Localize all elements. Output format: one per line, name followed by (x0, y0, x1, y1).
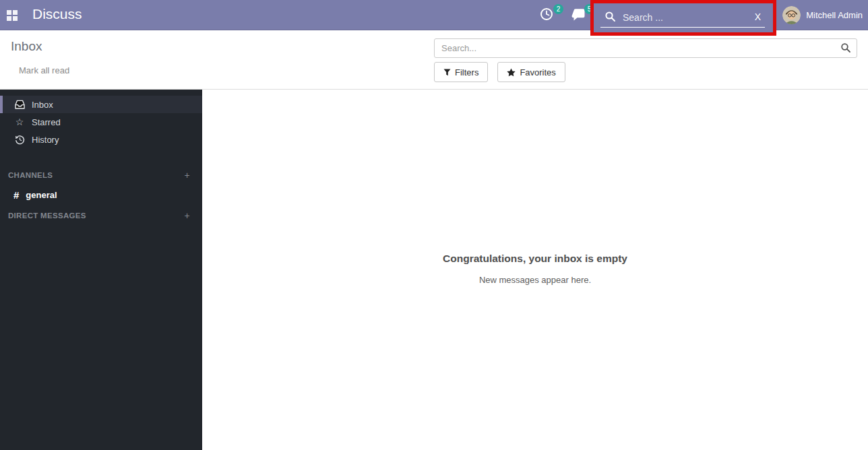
hash-icon: # (13, 189, 19, 201)
dm-header-label: DIRECT MESSAGES (8, 212, 86, 220)
systray-search: X (600, 7, 765, 28)
control-panel: Inbox Mark all read Filters Favorites (0, 30, 868, 90)
user-name: Mitchell Admin (806, 10, 863, 20)
funnel-icon (443, 69, 451, 76)
messages-button[interactable]: 5 (570, 6, 590, 25)
channels-header-label: CHANNELS (8, 171, 53, 179)
discuss-sidebar: Inbox ☆ Starred History CHANNELS + # gen… (0, 90, 202, 450)
favorites-button[interactable]: Favorites (497, 62, 565, 82)
direct-messages-section-header: DIRECT MESSAGES + (0, 208, 202, 223)
sidebar-item-starred[interactable]: ☆ Starred (0, 113, 202, 131)
add-channel-button[interactable]: + (185, 170, 190, 181)
sidebar-item-history[interactable]: History (0, 131, 202, 148)
app-title[interactable]: Discuss (32, 6, 82, 22)
content-search-input[interactable] (434, 38, 857, 58)
thread-area: Congratulations, your inbox is empty New… (202, 90, 868, 450)
activities-button[interactable]: 2 (539, 6, 559, 25)
favorites-label: Favorites (520, 67, 555, 77)
sidebar-item-inbox[interactable]: Inbox (0, 96, 202, 113)
filters-button[interactable]: Filters (434, 62, 488, 82)
inbox-icon (13, 100, 26, 109)
empty-state-subtitle: New messages appear here. (202, 275, 868, 285)
channel-item-general[interactable]: # general (0, 186, 202, 203)
filter-toolbar: Filters Favorites (434, 62, 565, 82)
top-navbar: Discuss 2 5 X (0, 0, 868, 30)
filters-label: Filters (455, 67, 478, 77)
add-direct-message-button[interactable]: + (185, 210, 190, 221)
apps-grid-icon[interactable] (7, 10, 18, 21)
channel-label: general (26, 190, 57, 200)
activity-count-badge: 2 (553, 4, 563, 14)
search-icon (604, 11, 616, 22)
user-avatar (782, 6, 801, 24)
star-outline-icon: ☆ (13, 117, 26, 127)
systray-search-input[interactable] (623, 12, 751, 23)
discuss-app: Discuss 2 5 X (0, 0, 868, 450)
history-icon (13, 135, 26, 145)
channels-section-header: CHANNELS + (0, 168, 202, 183)
search-icon[interactable] (840, 42, 851, 53)
clear-search-button[interactable]: X (755, 11, 761, 22)
empty-state-title: Congratulations, your inbox is empty (202, 253, 868, 265)
sidebar-item-label: Starred (32, 117, 61, 127)
mark-all-read-button[interactable]: Mark all read (19, 65, 69, 75)
sidebar-item-label: History (32, 135, 59, 145)
sidebar-item-label: Inbox (32, 100, 53, 110)
breadcrumb: Inbox (11, 39, 42, 54)
star-icon (507, 68, 516, 77)
user-menu[interactable]: Mitchell Admin (782, 0, 863, 30)
content-search (434, 38, 857, 58)
systray-search-highlight-box: X (590, 0, 776, 36)
